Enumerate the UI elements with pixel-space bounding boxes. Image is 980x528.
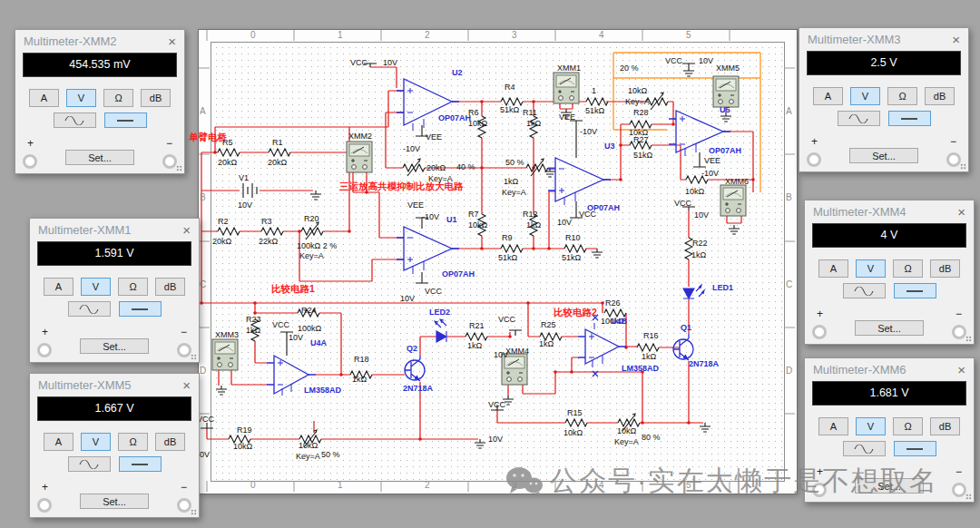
- ac-coupling-button[interactable]: [68, 456, 111, 472]
- dc-coupling-button[interactable]: [119, 301, 162, 317]
- resize-grip[interactable]: [191, 354, 197, 360]
- multimeter-window-xmm5[interactable]: Multimeter-XMM5 × 1.667 V A V Ω dB + Set…: [29, 373, 200, 518]
- xmm5-probe[interactable]: [713, 76, 739, 107]
- window-titlebar[interactable]: Multimeter-XMM6 ×: [805, 358, 974, 380]
- negative-terminal-label: −: [181, 481, 187, 494]
- xmm2-probe[interactable]: [347, 142, 372, 172]
- opamp-symbols[interactable]: [267, 79, 730, 396]
- volt-mode-button[interactable]: V: [856, 417, 886, 435]
- negative-terminal[interactable]: [162, 154, 177, 169]
- volt-mode-button[interactable]: V: [856, 259, 886, 278]
- ac-coupling-button[interactable]: [843, 283, 886, 298]
- db-mode-button[interactable]: dB: [141, 89, 171, 107]
- multimeter-display: 1.591 V: [37, 241, 191, 266]
- dc-coupling-button[interactable]: [894, 283, 936, 298]
- positive-terminal[interactable]: [23, 154, 37, 169]
- ohm-mode-button[interactable]: Ω: [118, 278, 148, 296]
- negative-terminal[interactable]: [952, 325, 966, 339]
- ampere-mode-button[interactable]: A: [813, 87, 843, 105]
- multimeter-window-xmm1[interactable]: Multimeter-XMM1 × 1.591 V A V Ω dB + Set…: [29, 218, 200, 363]
- db-mode-button[interactable]: dB: [155, 278, 185, 296]
- set-button[interactable]: Set...: [80, 338, 149, 354]
- ac-coupling-button[interactable]: [54, 112, 96, 128]
- xmm1-probe[interactable]: [554, 73, 579, 103]
- multimeter-window-xmm4[interactable]: Multimeter-XMM4 × 4 V A V Ω dB + Set... …: [804, 200, 975, 345]
- window-titlebar[interactable]: Multimeter-XMM4 ×: [805, 200, 974, 222]
- close-icon[interactable]: ×: [182, 222, 191, 238]
- volt-mode-button[interactable]: V: [81, 278, 111, 296]
- volt-mode-button[interactable]: V: [850, 87, 880, 105]
- negative-terminal[interactable]: [177, 343, 191, 357]
- set-button[interactable]: Set...: [80, 494, 149, 509]
- positive-terminal[interactable]: [812, 325, 827, 339]
- positive-terminal[interactable]: [807, 152, 821, 167]
- resize-grip[interactable]: [191, 509, 197, 515]
- db-mode-button[interactable]: dB: [930, 259, 960, 278]
- ampere-mode-button[interactable]: A: [44, 278, 74, 296]
- multimeter-display: 454.535 mV: [23, 53, 177, 77]
- dc-coupling-button[interactable]: [119, 456, 162, 472]
- close-icon[interactable]: ×: [957, 204, 965, 220]
- dc-line-icon: [115, 116, 135, 125]
- ampere-mode-button[interactable]: A: [44, 433, 74, 451]
- ohm-mode-button[interactable]: Ω: [893, 417, 923, 435]
- negative-terminal[interactable]: [946, 152, 961, 167]
- xmm6-probe[interactable]: [720, 185, 746, 216]
- window-titlebar[interactable]: Multimeter-XMM2 ×: [15, 30, 184, 52]
- set-button[interactable]: Set...: [855, 320, 924, 336]
- junction-dots: [200, 100, 755, 441]
- close-icon[interactable]: ×: [952, 32, 960, 47]
- dc-coupling-button[interactable]: [894, 441, 936, 456]
- db-mode-button[interactable]: dB: [155, 433, 185, 451]
- ampere-mode-button[interactable]: A: [29, 89, 59, 107]
- close-icon[interactable]: ×: [168, 34, 176, 49]
- sine-wave-icon: [79, 305, 99, 314]
- close-icon[interactable]: ×: [957, 362, 965, 377]
- resize-grip[interactable]: [965, 494, 972, 500]
- volt-mode-button[interactable]: V: [81, 433, 111, 451]
- multimeter-window-xmm3[interactable]: Multimeter-XMM3 × 2.5 V A V Ω dB + Set..…: [799, 27, 969, 172]
- negative-terminal-label: −: [956, 465, 962, 478]
- db-mode-button[interactable]: dB: [930, 417, 960, 435]
- volt-mode-button[interactable]: V: [66, 89, 96, 107]
- positive-terminal[interactable]: [37, 343, 52, 357]
- resize-grip[interactable]: [176, 165, 182, 171]
- ampere-mode-button[interactable]: A: [818, 417, 848, 435]
- set-button[interactable]: Set...: [855, 478, 924, 494]
- positive-terminal-label: +: [817, 465, 823, 478]
- window-title: Multimeter-XMM3: [808, 33, 901, 46]
- multimeter-window-xmm2[interactable]: Multimeter-XMM2 × 454.535 mV A V Ω dB + …: [15, 29, 185, 174]
- db-mode-button[interactable]: dB: [925, 87, 955, 105]
- window-titlebar[interactable]: Multimeter-XMM3 ×: [799, 28, 968, 50]
- dc-line-icon: [905, 287, 925, 296]
- xmm3-probe[interactable]: [212, 339, 238, 370]
- resize-grip[interactable]: [960, 163, 966, 170]
- transistor-symbols[interactable]: [405, 334, 693, 381]
- ohm-mode-button[interactable]: Ω: [887, 87, 917, 105]
- positive-terminal[interactable]: [37, 498, 52, 513]
- ac-coupling-button[interactable]: [838, 111, 880, 126]
- dc-coupling-button[interactable]: [104, 112, 147, 128]
- set-button[interactable]: Set...: [849, 148, 918, 163]
- positive-terminal[interactable]: [812, 483, 827, 497]
- resize-grip[interactable]: [965, 336, 972, 342]
- window-titlebar[interactable]: Multimeter-XMM1 ×: [30, 219, 199, 240]
- ohm-mode-button[interactable]: Ω: [893, 259, 923, 278]
- resistor-symbols[interactable]: [218, 93, 708, 447]
- dc-coupling-button[interactable]: [888, 111, 931, 126]
- xmm4-probe[interactable]: [502, 354, 527, 385]
- window-title: Multimeter-XMM2: [24, 34, 117, 48]
- ohm-mode-button[interactable]: Ω: [103, 89, 133, 107]
- close-icon[interactable]: ×: [182, 377, 191, 393]
- ampere-mode-button[interactable]: A: [818, 259, 848, 278]
- multimeter-display: 1.681 V: [812, 381, 966, 406]
- multimeter-window-xmm6[interactable]: Multimeter-XMM6 × 1.681 V A V Ω dB + Set…: [804, 357, 975, 503]
- window-titlebar[interactable]: Multimeter-XMM5 ×: [30, 374, 199, 396]
- ac-coupling-button[interactable]: [68, 301, 111, 317]
- ohm-mode-button[interactable]: Ω: [118, 433, 148, 451]
- positive-terminal-label: +: [811, 135, 818, 148]
- ac-coupling-button[interactable]: [843, 441, 886, 456]
- set-button[interactable]: Set...: [65, 150, 134, 165]
- negative-terminal[interactable]: [952, 483, 966, 497]
- negative-terminal[interactable]: [177, 498, 191, 513]
